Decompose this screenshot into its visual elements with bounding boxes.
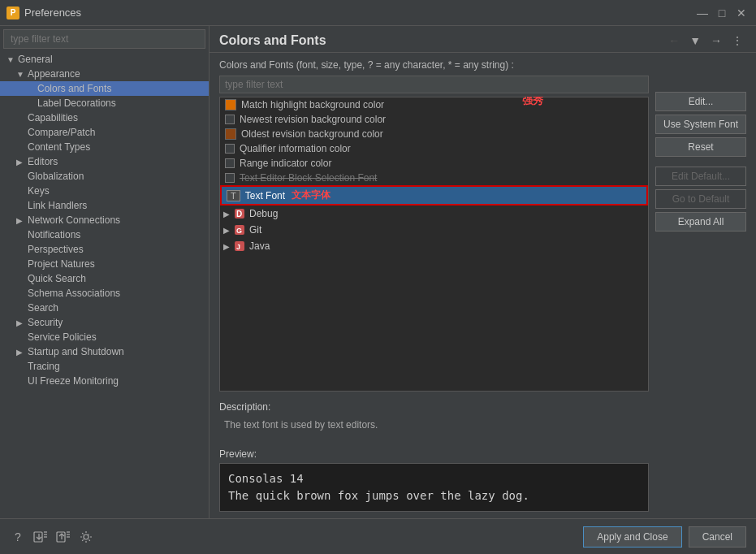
checkbox-icon — [225, 173, 235, 183]
tree-label: Project Natures — [28, 258, 95, 270]
cf-filter-input[interactable] — [219, 76, 649, 93]
import-icon[interactable] — [32, 529, 49, 545]
tree-label: Compare/Patch — [28, 127, 95, 138]
edit-default-button[interactable]: Edit Default... — [655, 167, 746, 186]
right-panel-title: Colors and Fonts — [219, 33, 326, 48]
item-label: Newest revision background color — [240, 114, 386, 125]
arrow-icon: ▼ — [6, 55, 16, 64]
cf-list-item-oldest-revision[interactable]: Oldest revision background color — [220, 127, 648, 141]
tree-item-project-natures[interactable]: ▶ Project Natures — [0, 257, 209, 271]
tree-item-colors-and-fonts[interactable]: ▶ Colors and Fonts — [0, 81, 209, 96]
tree-label: Label Decorations — [37, 97, 116, 109]
tree-item-globalization[interactable]: ▶ Globalization — [0, 169, 209, 184]
tree-item-startup-and-shutdown[interactable]: ▶ Startup and Shutdown — [0, 344, 209, 359]
left-filter-input[interactable] — [3, 29, 205, 49]
java-icon: J — [233, 240, 246, 253]
settings-icon[interactable] — [78, 529, 94, 545]
back-dropdown-button[interactable]: ▼ — [686, 32, 704, 49]
tree-label: Quick Search — [28, 273, 86, 284]
tree-item-search[interactable]: ▶ Search — [0, 301, 209, 315]
apply-and-close-button[interactable]: Apply and Close — [583, 526, 681, 548]
cf-list-container[interactable]: Match highlight background color Newest … — [219, 97, 649, 392]
tree-label: Link Handlers — [28, 200, 87, 211]
svg-rect-11 — [57, 532, 65, 542]
tree-label: Startup and Shutdown — [28, 346, 124, 357]
app-icon: P — [6, 6, 19, 19]
tree-item-link-handlers[interactable]: ▶ Link Handlers — [0, 198, 209, 213]
use-system-font-button[interactable]: Use System Font — [655, 115, 746, 134]
item-label: Qualifier information color — [240, 143, 351, 154]
close-button[interactable]: ✕ — [733, 5, 750, 21]
arrow-icon: ▶ — [16, 348, 26, 357]
tree-item-content-types[interactable]: ▶ Content Types — [0, 140, 209, 154]
tree-item-quick-search[interactable]: ▶ Quick Search — [0, 271, 209, 286]
right-header: Colors and Fonts ← ▼ → ⋮ — [210, 26, 756, 53]
tree-item-general[interactable]: ▼ General — [0, 52, 209, 67]
tree-item-network-connections[interactable]: ▶ Network Connections — [0, 213, 209, 227]
cf-list-item-range-indicator[interactable]: Range indicator color — [220, 156, 648, 171]
tree-item-schema-associations[interactable]: ▶ Schema Associations — [0, 286, 209, 301]
right-panel: Colors and Fonts ← ▼ → ⋮ Colors and Font… — [210, 26, 756, 518]
bottom-left-icons: ? — [10, 529, 94, 545]
group-arrow-icon: ▶ — [223, 226, 230, 235]
color-swatch — [225, 99, 236, 110]
git-icon: G — [233, 223, 246, 236]
cf-list-item-java[interactable]: ▶ J Java — [220, 238, 648, 254]
export-icon[interactable] — [55, 529, 71, 545]
tree-item-compare-patch[interactable]: ▶ Compare/Patch — [0, 125, 209, 140]
tree-item-appearance[interactable]: ▼ Appearance — [0, 67, 209, 81]
item-label: Text Font — [245, 190, 285, 201]
bottom-bar: ? — [0, 518, 756, 554]
tree-item-tracing[interactable]: ▶ Tracing — [0, 359, 209, 374]
tree-item-ui-freeze-monitoring[interactable]: ▶ UI Freeze Monitoring — [0, 374, 209, 388]
cf-list-item-text-editor-block[interactable]: Text Editor Block Selection Font — [220, 171, 648, 185]
cf-list-item-qualifier-info[interactable]: Qualifier information color — [220, 141, 648, 156]
reset-button[interactable]: Reset — [655, 137, 746, 157]
tree-label: Network Connections — [28, 214, 120, 226]
tree-item-service-policies[interactable]: ▶ Service Policies — [0, 330, 209, 344]
preview-box: Consolas 14 The quick brown fox jumps ov… — [219, 463, 649, 512]
edit-button[interactable]: Edit... — [655, 92, 746, 111]
expand-all-button[interactable]: Expand All — [655, 212, 746, 232]
preview-label: Preview: — [219, 448, 649, 460]
cf-main: Match highlight background color Newest … — [219, 76, 746, 512]
minimize-button[interactable]: — — [694, 5, 711, 21]
tree-label: Capabilities — [28, 112, 78, 123]
cf-list-item-debug[interactable]: ▶ D Debug — [220, 206, 648, 222]
cf-list-item-match-highlight[interactable]: Match highlight background color — [220, 97, 648, 112]
tree-label: Notifications — [28, 229, 80, 240]
tree-item-notifications[interactable]: ▶ Notifications — [0, 227, 209, 242]
go-to-default-button[interactable]: Go to Default — [655, 189, 746, 209]
tree-item-editors[interactable]: ▶ Editors — [0, 154, 209, 169]
title-bar: P Preferences — □ ✕ — [0, 0, 756, 26]
forward-button[interactable]: → — [707, 32, 725, 49]
tree-label: Editors — [28, 156, 58, 167]
tree-item-keys[interactable]: ▶ Keys — [0, 184, 209, 198]
cf-list-item-text-font[interactable]: T Text Font 文本字体 — [220, 185, 648, 206]
window-title: Preferences — [24, 6, 694, 19]
menu-button[interactable]: ⋮ — [728, 32, 746, 49]
svg-text:J: J — [236, 243, 240, 251]
tree-item-label-decorations[interactable]: ▶ Label Decorations — [0, 96, 209, 110]
arrow-icon: ▶ — [16, 318, 26, 327]
cf-list-item-git[interactable]: ▶ G Git — [220, 222, 648, 238]
tree-label: Globalization — [28, 171, 84, 182]
cf-list-item-newest-revision[interactable]: Newest revision background color — [220, 112, 648, 127]
tree-item-security[interactable]: ▶ Security — [0, 315, 209, 330]
tree-label: Appearance — [28, 68, 80, 80]
group-arrow-icon: ▶ — [223, 242, 230, 251]
tree-item-capabilities[interactable]: ▶ Capabilities — [0, 110, 209, 125]
checkbox-icon — [225, 158, 235, 168]
svg-text:D: D — [236, 210, 242, 219]
back-button[interactable]: ← — [665, 32, 683, 49]
help-icon[interactable]: ? — [10, 529, 26, 545]
maximize-button[interactable]: □ — [714, 5, 730, 21]
cancel-button[interactable]: Cancel — [689, 526, 746, 548]
cf-content: Colors and Fonts (font, size, type, ? = … — [210, 53, 756, 518]
tree-item-perspectives[interactable]: ▶ Perspectives — [0, 242, 209, 257]
tree-label: Content Types — [28, 141, 90, 153]
text-font-icon: T — [227, 190, 240, 201]
tree-container: ▼ General ▼ Appearance ▶ Colors and Font… — [0, 52, 209, 518]
tree-label: General — [18, 54, 53, 65]
description-area: Description: The text font is used by te… — [219, 396, 649, 445]
